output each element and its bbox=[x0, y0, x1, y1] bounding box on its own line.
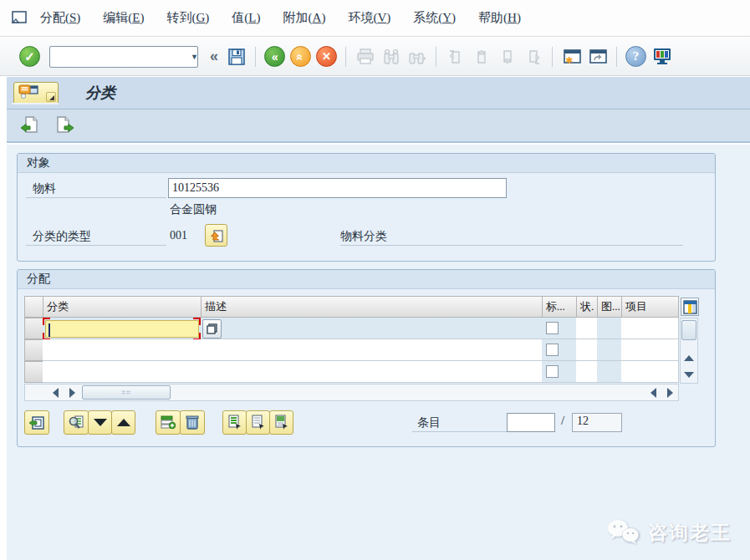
back-icon: « bbox=[264, 46, 285, 67]
value-help-icon bbox=[206, 323, 218, 335]
enter-button[interactable]: ✓ bbox=[18, 45, 41, 68]
standard-checkbox[interactable] bbox=[546, 322, 559, 334]
class-cell[interactable] bbox=[43, 361, 202, 383]
value-help-button[interactable] bbox=[202, 319, 222, 339]
class-cell[interactable] bbox=[43, 339, 202, 361]
menu-goto[interactable]: 转到(G) bbox=[167, 10, 210, 26]
up-button[interactable]: « bbox=[289, 45, 312, 68]
scroll-down-button[interactable] bbox=[681, 366, 697, 383]
next-object-icon bbox=[54, 115, 74, 135]
table-corner-cell[interactable] bbox=[24, 296, 43, 318]
next-object-button[interactable] bbox=[53, 115, 75, 137]
page-down-button bbox=[496, 45, 518, 68]
row-selector[interactable] bbox=[24, 339, 43, 361]
class-input-focused[interactable] bbox=[45, 320, 199, 338]
table-settings-button[interactable] bbox=[681, 298, 699, 316]
column-header-class[interactable]: 分类 bbox=[43, 296, 202, 318]
scroll-left-button-fixed[interactable] bbox=[645, 384, 661, 400]
row-selector[interactable] bbox=[24, 318, 43, 339]
vertical-scrollbar-thumb[interactable] bbox=[681, 320, 696, 340]
screen-body: 对象 物料 合金圆钢 分类的类型 001 物料分类 分配 分类 bbox=[7, 145, 750, 560]
icon-cell bbox=[597, 339, 622, 361]
find-button bbox=[380, 45, 402, 68]
triangle-up-icon bbox=[684, 355, 694, 361]
customize-layout-button[interactable] bbox=[651, 45, 673, 68]
select-all-button[interactable] bbox=[222, 410, 247, 435]
entry-input[interactable] bbox=[507, 413, 555, 432]
command-input[interactable] bbox=[50, 47, 191, 67]
wechat-icon bbox=[606, 518, 641, 547]
chevron-down-icon[interactable]: ▼ bbox=[191, 47, 198, 67]
services-for-object-button[interactable] bbox=[13, 82, 59, 104]
application-toolbar bbox=[7, 109, 750, 143]
insert-line-button[interactable] bbox=[156, 410, 181, 435]
triangle-left-icon bbox=[53, 388, 59, 398]
assignment-group-title: 分配 bbox=[18, 270, 715, 289]
previous-entry-button[interactable] bbox=[111, 410, 135, 435]
scroll-right-button[interactable] bbox=[64, 384, 80, 400]
scroll-right-button-fixed[interactable] bbox=[661, 384, 678, 400]
menu-help[interactable]: 帮助(H) bbox=[478, 10, 521, 26]
exit-button[interactable]: ✕ bbox=[315, 45, 338, 68]
column-header-icon[interactable]: 图... bbox=[597, 296, 622, 318]
back-button[interactable]: « bbox=[263, 45, 286, 68]
item-cell bbox=[621, 339, 679, 361]
next-entry-icon bbox=[94, 419, 107, 426]
next-entry-button[interactable] bbox=[88, 410, 112, 435]
vertical-scrollbar[interactable] bbox=[680, 318, 698, 384]
chevron-corner-icon[interactable] bbox=[46, 92, 56, 102]
entry-label: 条目 bbox=[417, 415, 441, 430]
delete-line-button[interactable] bbox=[180, 410, 205, 435]
last-page-icon bbox=[525, 48, 542, 65]
system-menu-icon[interactable] bbox=[8, 9, 30, 28]
column-header-status[interactable]: 状. bbox=[576, 296, 598, 318]
menu-bar: 分配(S) 编辑(E) 转到(G) 值(L) 附加(A) 环境(V) 系统(Y)… bbox=[0, 0, 750, 37]
watermark-text: 咨询老王 bbox=[648, 520, 732, 546]
previous-object-button[interactable] bbox=[18, 115, 41, 137]
help-button[interactable]: ? bbox=[625, 45, 647, 68]
column-header-item[interactable]: 项目 bbox=[621, 296, 679, 318]
assign-class-type-button[interactable] bbox=[205, 224, 227, 247]
material-input[interactable] bbox=[168, 178, 507, 198]
select-all-icon bbox=[227, 415, 242, 430]
entry-total: 12 bbox=[572, 413, 622, 432]
deselect-all-button[interactable] bbox=[246, 410, 270, 435]
find-entry-button[interactable] bbox=[64, 410, 89, 435]
scroll-left-button[interactable] bbox=[47, 384, 64, 400]
icon-cell bbox=[597, 361, 622, 383]
triangle-left-icon bbox=[651, 388, 656, 398]
material-description: 合金圆钢 bbox=[170, 202, 217, 217]
new-session-button[interactable]: ✱ bbox=[560, 45, 583, 68]
choose-button[interactable] bbox=[24, 410, 49, 435]
create-shortcut-button[interactable] bbox=[586, 45, 609, 68]
choose-icon bbox=[28, 415, 45, 430]
item-cell bbox=[621, 318, 679, 339]
find-nav-group bbox=[64, 410, 135, 435]
menu-system[interactable]: 系统(Y) bbox=[413, 10, 456, 26]
divider bbox=[616, 47, 617, 67]
class-type-description: 物料分类 bbox=[340, 229, 387, 244]
standard-checkbox[interactable] bbox=[546, 344, 559, 356]
deselect-all-icon bbox=[250, 415, 266, 430]
divider bbox=[552, 47, 553, 67]
menu-extras[interactable]: 附加(A) bbox=[283, 10, 326, 26]
menu-assign[interactable]: 分配(S) bbox=[40, 10, 80, 26]
scroll-up-button[interactable] bbox=[681, 349, 697, 366]
page-down-icon bbox=[499, 48, 516, 65]
status-cell bbox=[576, 361, 598, 383]
command-field[interactable]: ▼ bbox=[49, 46, 198, 68]
standard-checkbox[interactable] bbox=[546, 365, 559, 378]
row-selector[interactable] bbox=[24, 361, 43, 383]
column-header-description[interactable]: 描述 bbox=[201, 296, 543, 318]
column-header-standard[interactable]: 标... bbox=[542, 296, 577, 318]
select-block-button[interactable] bbox=[269, 410, 293, 435]
collapse-toolbar-button[interactable]: « bbox=[210, 48, 218, 65]
menu-values[interactable]: 值(L) bbox=[232, 10, 260, 26]
page-up-button bbox=[470, 45, 492, 68]
menu-environment[interactable]: 环境(V) bbox=[348, 10, 390, 26]
save-button[interactable] bbox=[225, 45, 247, 68]
new-session-icon: ✱ bbox=[562, 48, 582, 66]
horizontal-scrollbar-thumb[interactable]: ∷∷ bbox=[82, 385, 171, 400]
menu-edit[interactable]: 编辑(E) bbox=[103, 10, 144, 26]
horizontal-scrollbar[interactable]: ∷∷ bbox=[24, 384, 679, 401]
